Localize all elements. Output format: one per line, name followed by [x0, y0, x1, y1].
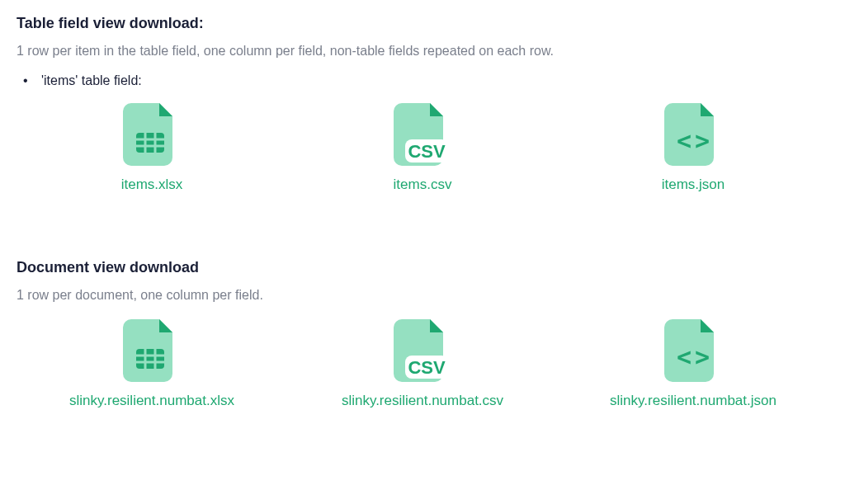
svg-rect-0	[136, 133, 164, 153]
svg-text:>: >	[695, 342, 710, 371]
download-slinky-json[interactable]: < > slinky.resilient.numbat.json	[578, 318, 809, 411]
table-field-bullet: 'items' table field:	[17, 73, 828, 88]
xlsx-file-icon	[123, 318, 181, 384]
table-field-heading: Table field view download:	[17, 15, 828, 32]
svg-text:>: >	[695, 126, 710, 155]
file-label: slinky.resilient.numbat.xlsx	[69, 392, 234, 411]
download-items-json[interactable]: < > items.json	[578, 101, 809, 195]
file-label: items.csv	[394, 176, 452, 195]
table-field-description: 1 row per item in the table field, one c…	[17, 44, 828, 59]
download-items-csv[interactable]: CSV items.csv	[307, 101, 538, 195]
svg-text:CSV: CSV	[408, 357, 446, 378]
xlsx-file-icon	[123, 101, 181, 167]
svg-text:<: <	[677, 126, 692, 155]
svg-text:CSV: CSV	[408, 141, 446, 162]
file-label: items.json	[662, 176, 725, 195]
document-view-heading: Document view download	[17, 259, 828, 276]
file-label: slinky.resilient.numbat.csv	[342, 392, 503, 411]
download-items-xlsx[interactable]: items.xlsx	[36, 101, 267, 195]
svg-rect-9	[136, 349, 164, 369]
svg-text:<: <	[677, 342, 692, 371]
download-slinky-csv[interactable]: CSV slinky.resilient.numbat.csv	[307, 318, 538, 411]
download-slinky-xlsx[interactable]: slinky.resilient.numbat.xlsx	[36, 318, 267, 411]
file-label: slinky.resilient.numbat.json	[610, 392, 777, 411]
document-view-description: 1 row per document, one column per field…	[17, 288, 828, 303]
csv-file-icon: CSV	[394, 101, 451, 167]
json-file-icon: < >	[664, 318, 722, 384]
json-file-icon: < >	[664, 101, 722, 167]
csv-file-icon: CSV	[394, 318, 451, 384]
file-label: items.xlsx	[121, 176, 183, 195]
